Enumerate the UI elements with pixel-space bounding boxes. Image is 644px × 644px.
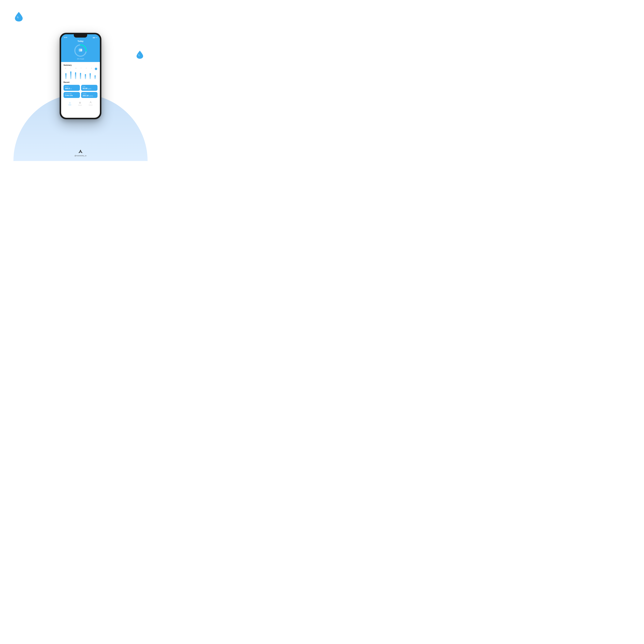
- day-mon: M: [64, 68, 67, 70]
- goal-percentage: 25% of goal: [77, 58, 84, 60]
- progress-circle: [74, 44, 87, 57]
- nav-account[interactable]: Account: [89, 101, 92, 106]
- recent-section: Recent Amount 480.0 ml Sugar 50.88 grams…: [64, 81, 97, 98]
- summary-title: Summary: [64, 64, 97, 66]
- svg-rect-5: [81, 49, 82, 51]
- phone-frame: 19:02 ▐▐▐ ≋ ▮ Today: [60, 33, 101, 119]
- water-glass-icon: [78, 48, 83, 53]
- bar-fri: [84, 74, 87, 79]
- day-sun: S: [95, 68, 97, 70]
- day-tue: T: [69, 68, 73, 70]
- day-fri: F: [85, 68, 88, 70]
- calories-card: Calories 202.18 calories: [81, 92, 97, 98]
- day-sat: S: [90, 68, 93, 70]
- sugar-value: 50.88 grams: [83, 87, 96, 90]
- nav-record[interactable]: ⊕ Record: [78, 101, 82, 106]
- account-icon: [89, 101, 92, 104]
- header-title: Today: [78, 40, 83, 42]
- bar-tue: [69, 71, 72, 79]
- amount-label: Amount: [65, 86, 78, 87]
- home-icon: ⌂: [69, 101, 71, 104]
- battery-icon: ▮: [97, 37, 97, 38]
- bar-thu: [79, 73, 82, 79]
- chart-day-labels: M T W T F S S: [64, 68, 97, 70]
- sugar-label: Sugar: [83, 86, 96, 87]
- recent-title: Recent: [64, 81, 97, 83]
- decorative-drop-left: [15, 12, 23, 22]
- recent-grid: Amount 480.0 ml Sugar 50.88 grams Last b…: [64, 85, 97, 98]
- content-area: Summary M T W T F S S: [61, 62, 100, 107]
- brand-logo-icon: [78, 149, 83, 154]
- branding: @maneesha_ux: [75, 149, 86, 157]
- bar-mon: [64, 73, 67, 79]
- home-label: Home: [69, 104, 71, 105]
- bar-sat: [89, 73, 92, 79]
- bar-sun: [94, 75, 97, 79]
- day-wed: W: [74, 68, 78, 70]
- decorative-drop-right: [137, 51, 143, 59]
- sugar-card: Sugar 50.88 grams: [81, 85, 97, 91]
- beverage-card: Last beverage Coka cola: [64, 92, 80, 98]
- bottom-navigation: ⌂ Home ⊕ Record Ac: [64, 99, 97, 107]
- summary-section: Summary M T W T F S S: [64, 64, 97, 79]
- brand-handle: @maneesha_ux: [75, 155, 86, 157]
- calories-value: 202.18 calories: [83, 95, 96, 97]
- bar-wed: [74, 72, 77, 79]
- day-thu: T: [79, 68, 83, 70]
- status-icons: ▐▐▐ ≋ ▮: [93, 37, 97, 38]
- signal-icon: ▐▐▐: [93, 37, 95, 38]
- phone-screen: 19:02 ▐▐▐ ≋ ▮ Today: [61, 34, 100, 118]
- record-icon: ⊕: [79, 101, 81, 104]
- nav-home[interactable]: ⌂ Home: [69, 101, 71, 105]
- phone-notch: [74, 34, 87, 38]
- account-label: Account: [89, 105, 92, 106]
- phone-mockup: 19:02 ▐▐▐ ≋ ▮ Today: [60, 33, 101, 119]
- record-label: Record: [78, 105, 82, 106]
- weekly-chart: [64, 71, 97, 79]
- wifi-icon: ≋: [95, 37, 96, 38]
- amount-card: Amount 480.0 ml: [64, 85, 80, 91]
- calories-label: Calories: [83, 93, 96, 94]
- svg-point-6: [90, 102, 91, 102]
- beverage-value: Coka cola: [65, 95, 78, 96]
- status-time: 19:02: [64, 37, 67, 38]
- amount-value: 480.0 ml: [65, 87, 78, 90]
- header-section: Today 25% of go: [61, 39, 100, 62]
- beverage-label: Last beverage: [65, 93, 78, 94]
